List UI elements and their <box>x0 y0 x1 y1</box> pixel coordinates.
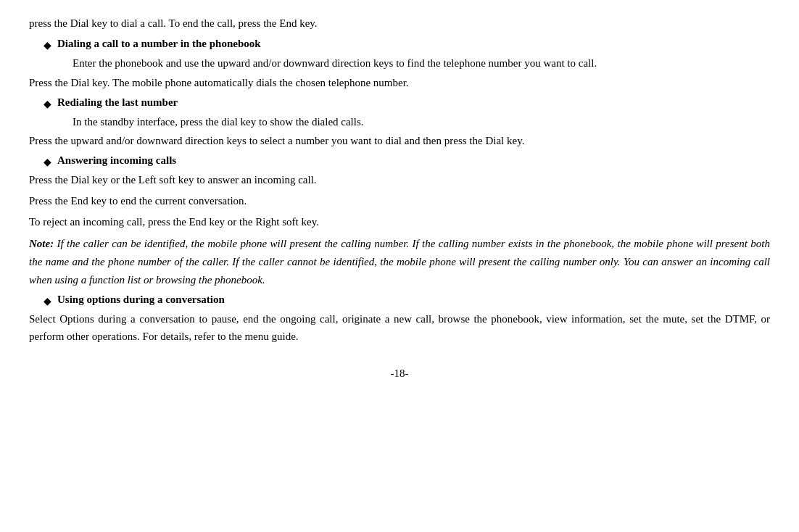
page-footer: -18- <box>29 367 770 380</box>
redial-indented-text: In the standby interface, press the dial… <box>73 113 770 131</box>
options-body-1: Select Options during a conversation to … <box>29 310 770 346</box>
section-incoming: ◆ Answering incoming calls Press the Dia… <box>29 154 770 230</box>
phonebook-indented-text: Enter the phonebook and use the upward a… <box>73 54 770 72</box>
diamond-icon-2: ◆ <box>44 98 51 110</box>
diamond-icon-1: ◆ <box>44 39 51 51</box>
incoming-body-1: Press the Dial key or the Left soft key … <box>29 171 770 189</box>
note-keyword: Note: <box>29 238 54 249</box>
section-header-phonebook: ◆ Dialing a call to a number in the phon… <box>44 38 770 51</box>
section-title-phonebook: Dialing a call to a number in the phoneb… <box>57 38 261 50</box>
diamond-icon-3: ◆ <box>44 156 51 168</box>
incoming-body-3: To reject an incoming call, press the En… <box>29 213 770 231</box>
diamond-icon-4: ◆ <box>44 295 51 307</box>
intro-line: press the Dial key to dial a call. To en… <box>29 14 770 32</box>
section-title-options: Using options during a conversation <box>57 294 225 306</box>
note-block: Note: If the caller can be identified, t… <box>29 235 770 288</box>
section-title-incoming: Answering incoming calls <box>57 154 176 167</box>
page-content: press the Dial key to dial a call. To en… <box>0 0 799 394</box>
section-header-incoming: ◆ Answering incoming calls <box>44 154 770 168</box>
section-redial: ◆ Redialing the last number In the stand… <box>29 96 770 151</box>
note-text: If the caller can be identified, the mob… <box>29 238 770 286</box>
section-title-redial: Redialing the last number <box>57 96 178 109</box>
page-number: -18- <box>391 367 409 379</box>
incoming-body-2: Press the End key to end the current con… <box>29 192 770 210</box>
section-options: ◆ Using options during a conversation Se… <box>29 294 770 346</box>
section-phonebook-dial: ◆ Dialing a call to a number in the phon… <box>29 38 770 92</box>
redial-body-1: Press the upward and/or downward directi… <box>29 132 770 150</box>
phonebook-body-1: Press the Dial key. The mobile phone aut… <box>29 74 770 92</box>
section-header-redial: ◆ Redialing the last number <box>44 96 770 110</box>
section-header-options: ◆ Using options during a conversation <box>44 294 770 307</box>
